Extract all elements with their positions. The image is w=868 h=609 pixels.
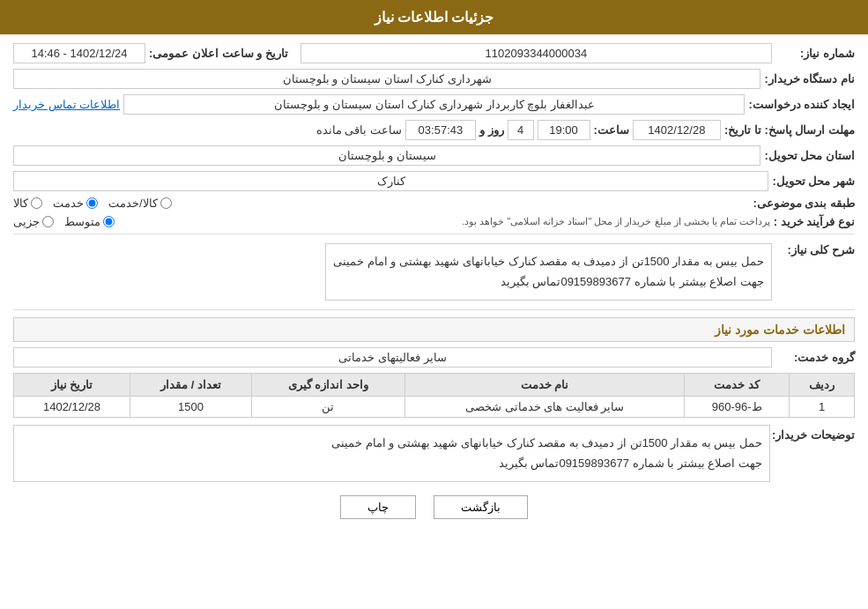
date-label: تاریخ و ساعت اعلان عمومی: [149, 47, 288, 60]
buyer-desc-section: توضیحات خریدار: حمل بیس به مقدار 1500تن … [13, 425, 855, 482]
purchase-type-note: پرداخت تمام یا بخشی از مبلغ خریدار از مح… [125, 216, 770, 227]
niyaz-number-label: شماره نیاز: [775, 47, 855, 60]
col-quantity: تعداد / مقدار [130, 373, 251, 396]
buyer-name-value: شهرداری کنارک استان سیستان و بلوچستان [13, 69, 760, 89]
cell-unit: تن [251, 396, 404, 417]
cell-quantity: 1500 [130, 396, 251, 417]
col-unit: واحد اندازه گیری [251, 373, 404, 396]
description-line1: حمل بیس به مقدار 1500تن از دمیدف به مقصد… [333, 251, 764, 271]
category-kala-item: کالا [13, 197, 42, 210]
category-kala-khedmat-radio[interactable] [160, 197, 172, 209]
province-row: استان محل تحویل: سیستان و بلوچستان [13, 145, 855, 166]
type-motavaset-radio[interactable] [103, 216, 115, 227]
deadline-time: 19:00 [538, 120, 590, 140]
cell-row-num: 1 [790, 396, 855, 417]
buyer-desc-box: حمل بیس به مقدار 1500تن از دمیدف به مقصد… [13, 425, 770, 482]
type-motavaset-item: متوسط [64, 215, 115, 228]
col-name: نام خدمت [404, 373, 684, 396]
category-kala-khedmat-label: کالا/خدمت [108, 197, 158, 210]
creator-row: ایجاد کننده درخواست: عبدالغفار بلوچ کارب… [13, 94, 855, 115]
cell-date: 1402/12/28 [14, 396, 130, 417]
type-jozvi-label: جزیی [13, 215, 40, 228]
service-group-value: سایر فعالیتهای خدماتی [13, 347, 772, 368]
purchase-type-options: پرداخت تمام یا بخشی از مبلغ خریدار از مح… [13, 215, 770, 228]
col-date: تاریخ نیاز [14, 373, 130, 396]
description-line2: جهت اصلاع بیشتر با شماره 09159893677تماس… [333, 271, 764, 292]
buttons-row: بازگشت چاپ [13, 495, 855, 532]
buyer-desc-line2: جهت اصلاع بیشتر با شماره 09159893677تماس… [21, 453, 762, 473]
table-header-row: ردیف کد خدمت نام خدمت واحد اندازه گیری ت… [14, 373, 855, 396]
deadline-day-label: روز و [479, 123, 504, 137]
divider-1 [13, 234, 855, 234]
service-group-label: گروه خدمت: [775, 351, 855, 364]
province-label: استان محل تحویل: [764, 149, 855, 162]
date-value: 1402/12/24 - 14:46 [13, 43, 145, 63]
niyaz-number-row: شماره نیاز: 1102093344000034 تاریخ و ساع… [13, 43, 855, 63]
city-value: کنارک [13, 171, 768, 191]
province-value: سیستان و بلوچستان [13, 145, 760, 166]
buyer-name-label: نام دستگاه خریدار: [764, 72, 855, 85]
description-label: شرح کلی نیاز: [775, 240, 855, 256]
back-button[interactable]: بازگشت [434, 495, 528, 519]
city-row: شهر محل تحویل: کنارک [13, 171, 855, 191]
category-options: کالا/خدمت خدمت کالا [13, 197, 749, 210]
category-khedmat-radio[interactable] [86, 197, 98, 209]
type-jozvi-item: جزیی [13, 215, 54, 228]
col-row-num: ردیف [790, 373, 855, 396]
purchase-type-row: نوع فرآیند خرید : پرداخت تمام یا بخشی از… [13, 215, 855, 228]
deadline-date: 1402/12/28 [633, 120, 721, 140]
col-code: کد خدمت [685, 373, 790, 396]
service-table-body: 1 ط-96-960 سایر فعالیت های خدماتی شخصی ت… [14, 396, 855, 417]
category-khedmat-item: خدمت [53, 197, 98, 210]
category-kala-khedmat-item: کالا/خدمت [108, 197, 172, 210]
category-row: طبقه بندی موضوعی: کالا/خدمت خدمت کالا [13, 197, 855, 210]
service-table-head: ردیف کد خدمت نام خدمت واحد اندازه گیری ت… [14, 373, 855, 396]
service-group-row: گروه خدمت: سایر فعالیتهای خدماتی [13, 347, 855, 368]
category-kala-radio[interactable] [31, 197, 42, 209]
description-box: حمل بیس به مقدار 1500تن از دمیدف به مقصد… [325, 243, 772, 301]
deadline-time-label: ساعت: [594, 123, 629, 137]
type-motavaset-label: متوسط [64, 215, 100, 228]
service-table: ردیف کد خدمت نام خدمت واحد اندازه گیری ت… [13, 373, 855, 418]
remainder-time: 03:57:43 [405, 120, 476, 140]
print-button[interactable]: چاپ [340, 495, 416, 519]
page-title: جزئیات اطلاعات نیاز [375, 10, 494, 25]
creator-contact-link[interactable]: اطلاعات تماس خریدار [13, 98, 120, 111]
category-label: طبقه بندی موضوعی: [753, 197, 855, 210]
cell-name: سایر فعالیت های خدماتی شخصی [404, 396, 684, 417]
remainder-label: ساعت باقی مانده [316, 123, 402, 137]
creator-label: ایجاد کننده درخواست: [748, 98, 855, 111]
buyer-name-row: نام دستگاه خریدار: شهرداری کنارک استان س… [13, 69, 855, 89]
buyer-desc-line1: حمل بیس به مقدار 1500تن از دمیدف به مقصد… [21, 433, 762, 453]
description-row: شرح کلی نیاز: حمل بیس به مقدار 1500تن از… [13, 240, 855, 304]
city-label: شهر محل تحویل: [772, 175, 855, 188]
deadline-row: مهلت ارسال پاسخ: تا تاریخ: 1402/12/28 سا… [13, 120, 855, 140]
divider-2 [13, 309, 855, 310]
category-khedmat-label: خدمت [53, 197, 84, 210]
category-kala-label: کالا [13, 197, 28, 210]
cell-code: ط-96-960 [685, 396, 790, 417]
table-row: 1 ط-96-960 سایر فعالیت های خدماتی شخصی ت… [14, 396, 855, 417]
niyaz-number-value: 1102093344000034 [300, 43, 772, 63]
deadline-days: 4 [508, 120, 534, 140]
purchase-type-label: نوع فرآیند خرید : [774, 215, 855, 228]
buyer-desc-label: توضیحات خریدار: [775, 425, 855, 442]
page-header: جزئیات اطلاعات نیاز [0, 0, 868, 34]
creator-value: عبدالغفار بلوچ کاربردار شهرداری کنارک اس… [123, 94, 745, 115]
deadline-label: مهلت ارسال پاسخ: تا تاریخ: [724, 123, 855, 137]
type-jozvi-radio[interactable] [42, 216, 54, 227]
service-section-title: اطلاعات خدمات مورد نیاز [13, 317, 855, 342]
